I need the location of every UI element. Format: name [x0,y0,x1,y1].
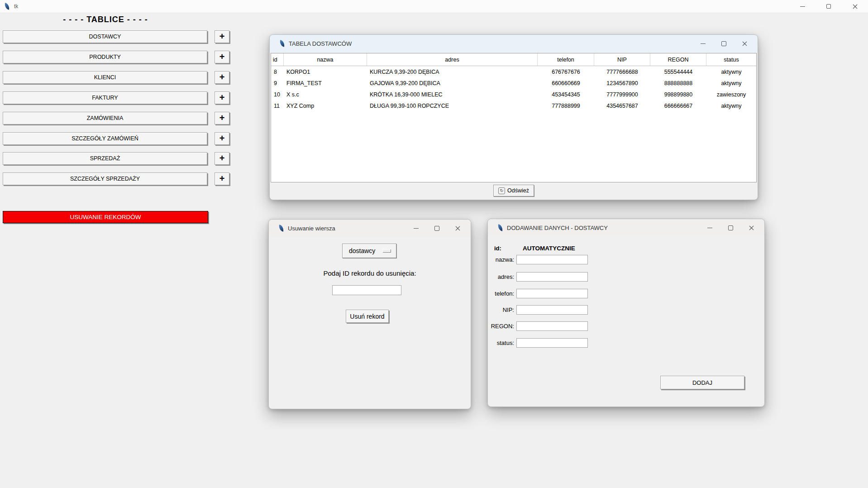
close-button[interactable] [842,0,868,13]
cell-telefon: 660660669 [538,77,594,89]
column-header-status[interactable]: status [706,53,756,66]
add-dostawcy-button[interactable]: + [215,30,229,43]
id-row: id: AUTOMATYCZNIE [488,245,764,253]
sidebar-item-klienci[interactable]: KLIENCI [3,71,207,84]
maximize-button[interactable] [426,220,447,237]
treeview-header: id nazwa adres telefon NIP REGON status [271,53,756,66]
sidebar-item-faktury[interactable]: FAKTURY [3,91,207,104]
suppliers-treeview: id nazwa adres telefon NIP REGON status … [271,53,757,182]
adres-field[interactable] [516,272,588,282]
cell-nazwa: XYZ Comp [284,100,367,111]
close-button[interactable] [734,35,755,52]
sidebar-item-dostawcy[interactable]: DOSTAWCY [3,30,207,43]
column-header-id[interactable]: id [271,53,284,66]
add-button[interactable]: DODAJ [660,376,744,389]
delete-records-button[interactable]: USUWANIE REKORDÓW [3,211,208,223]
sidebar-item-sprzedaz[interactable]: SPRZEDAŻ [3,152,207,165]
close-icon [455,226,460,231]
cell-telefon: 453454345 [538,89,594,100]
table-window: TABELA DOSTAWCÓW id nazwa adres telefon … [269,34,758,200]
close-button[interactable] [741,219,762,236]
minimize-button[interactable] [405,220,426,237]
adres-label: adres: [490,273,514,280]
form-row-telefon: telefon: [488,289,764,299]
sidebar-item-szczegoly-zamowien[interactable]: SZCZEGÓŁY ZAMÓWIEŃ [3,132,207,145]
column-header-regon[interactable]: REGON [650,53,706,66]
table-row[interactable]: 10 X s.c KRÓTKA 16,39-000 MIELEC 4534543… [271,89,756,100]
minimize-icon [800,6,805,7]
python-feather-icon [497,224,503,231]
table-window-title: TABELA DOSTAWCÓW [289,40,352,47]
close-button[interactable] [447,220,468,237]
table-row[interactable]: 11 XYZ Comp DŁUGA 99,39-100 ROPCZYCE 777… [271,100,756,111]
close-icon [749,225,754,230]
refresh-button[interactable]: ↻ Odśwież [493,185,534,196]
form-row-regon: REGON: [488,321,764,331]
restore-button[interactable] [816,0,842,13]
cell-adres: KRÓTKA 16,39-000 MIELEC [367,89,538,100]
cell-id: 8 [271,66,284,77]
tablice-header: - - - - TABLICE - - - - [0,15,211,24]
dropdown-indicator-icon [382,249,391,253]
table-select-dropdown[interactable]: dostawcy [342,244,396,258]
cell-nazwa: KORPO1 [284,66,367,77]
cell-telefon: 777888999 [538,100,594,111]
cell-regon: 888888888 [650,77,706,89]
cell-nip: 7777666688 [594,66,650,77]
delete-id-prompt: Podaj ID rekordu do usunięcia: [269,269,471,277]
add-zamowienia-button[interactable]: + [215,112,229,124]
nip-label: NIP: [490,306,514,313]
record-id-input[interactable] [332,285,401,295]
desktop: tk - - - - TABLICE - - - - DOSTAWCY + PR… [0,0,868,488]
add-data-window: DODAWANIE DANYCH - DOSTAWCY id: AUTOMATY… [487,219,765,407]
cell-status: aktywny [706,77,756,89]
cell-regon: 555544444 [650,66,706,77]
minimize-icon [414,228,419,229]
status-label: status: [490,340,514,346]
nazwa-field[interactable] [516,255,588,264]
add-szczegoly-sprzedazy-button[interactable]: + [215,172,229,185]
cell-id: 10 [271,89,284,100]
column-header-telefon[interactable]: telefon [538,53,594,66]
delete-record-button[interactable]: Usuń rekord [346,310,389,323]
main-window-title: tk [14,3,18,10]
form-row-adres: adres: [488,272,764,282]
column-header-nip[interactable]: NIP [594,53,650,66]
maximize-button[interactable] [713,35,734,52]
add-klienci-button[interactable]: + [215,71,229,84]
add-faktury-button[interactable]: + [215,91,229,104]
maximize-button[interactable] [720,219,741,236]
column-header-adres[interactable]: adres [367,53,538,66]
dropdown-selected-value: dostawcy [349,247,375,254]
add-data-window-controls [699,219,762,236]
table-row[interactable]: 8 KORPO1 KURCZA 9,39-200 DĘBICA 67676767… [271,66,756,77]
sidebar-item-produkty[interactable]: PRODUKTY [3,51,207,63]
minimize-button[interactable] [699,219,720,236]
add-sprzedaz-button[interactable]: + [215,152,229,165]
column-header-nazwa[interactable]: nazwa [284,53,367,66]
maximize-icon [728,225,733,230]
add-produkty-button[interactable]: + [215,51,229,63]
add-data-window-titlebar: DODAWANIE DANYCH - DOSTAWCY [488,219,764,236]
delete-row-window-controls [405,220,468,237]
python-feather-icon [278,225,284,231]
minimize-button[interactable] [692,35,713,52]
minimize-button[interactable] [789,0,816,13]
cell-status: aktywny [706,100,756,111]
regon-field[interactable] [516,321,588,331]
cell-nazwa: FIRMA_TEST [284,77,367,89]
main-window-controls [789,0,868,13]
cell-id: 11 [271,100,284,111]
delete-row-window: Usuwanie wiersza dostawcy Podaj ID rekor… [268,219,471,409]
add-szczegoly-zamowien-button[interactable]: + [215,132,229,145]
telefon-label: telefon: [490,290,514,297]
telefon-field[interactable] [516,289,588,298]
table-window-controls [692,35,755,52]
nip-field[interactable] [516,305,588,315]
close-icon [853,4,858,9]
nazwa-label: nazwa: [490,256,514,263]
sidebar-item-szczegoly-sprzedazy[interactable]: SZCZEGÓŁY SPRZEDAŻY [3,172,207,185]
table-row[interactable]: 9 FIRMA_TEST GAJOWA 9,39-200 DĘBICA 6606… [271,77,756,89]
status-field[interactable] [516,338,588,348]
sidebar-item-zamowienia[interactable]: ZAMÓWIENIA [3,112,207,124]
